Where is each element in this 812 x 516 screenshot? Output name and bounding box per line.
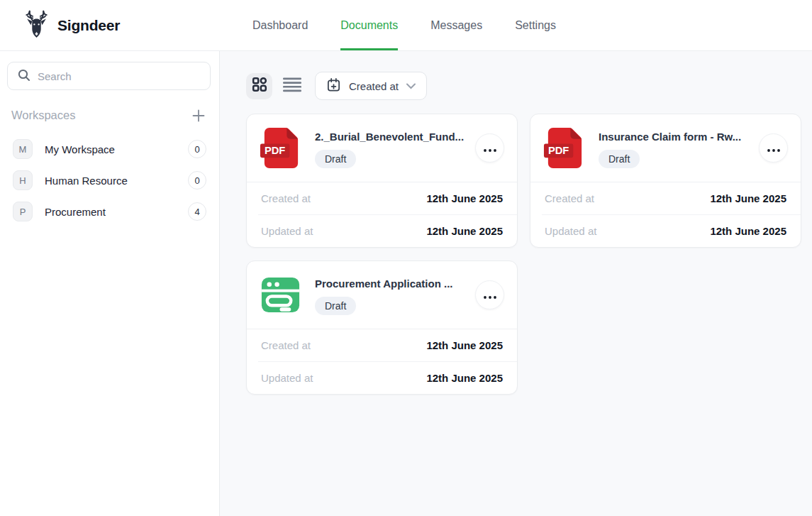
main-nav: Dashboard Documents Messages Settings [252, 0, 556, 50]
form-file-icon [258, 273, 303, 317]
updated-at-row: Updated at 12th June 2025 [247, 362, 517, 394]
pdf-file-icon: PDF [542, 126, 586, 170]
card-header-text: 2._Burial_Benevolent_Fund... Draft [315, 126, 464, 168]
workspace-avatar: H [13, 170, 33, 190]
workspace-avatar: M [13, 139, 33, 159]
document-card-grid: PDF 2._Burial_Benevolent_Fund... Draft [246, 114, 801, 395]
workspace-count-badge: 0 [188, 171, 206, 190]
workspace-name: Procurement [45, 206, 106, 218]
card-meta: Created at 12th June 2025 Updated at 12t… [247, 182, 517, 247]
workspace-name: Human Resource [45, 175, 128, 187]
tab-documents[interactable]: Documents [340, 0, 398, 50]
svg-text:PDF: PDF [265, 145, 286, 156]
document-card[interactable]: PDF Insurance Claim form - Rw... Draft [530, 114, 801, 248]
card-menu-button[interactable] [475, 280, 504, 309]
created-at-row: Created at 12th June 2025 [247, 329, 517, 361]
ellipsis-icon [484, 289, 496, 302]
workspace-count-badge: 0 [188, 140, 206, 158]
card-header: PDF 2._Burial_Benevolent_Fund... Draft [247, 114, 517, 182]
calendar-plus-icon [326, 77, 341, 95]
created-at-label: Created at [261, 192, 311, 204]
brand-name: Signdeer [57, 17, 120, 34]
documents-panel: Created at PDF [220, 51, 812, 516]
list-view-icon [283, 77, 301, 95]
card-header-text: Insurance Claim form - Rw... Draft [599, 126, 741, 168]
updated-at-value: 12th June 2025 [426, 225, 503, 237]
card-header: Procurement Application ... Draft [247, 261, 517, 329]
document-card[interactable]: Procurement Application ... Draft Create… [246, 260, 518, 395]
card-header-text: Procurement Application ... Draft [315, 273, 452, 315]
created-at-label: Created at [261, 339, 311, 351]
sidebar-item-human-resource[interactable]: H Human Resource 0 [0, 165, 219, 196]
updated-at-label: Updated at [261, 225, 313, 237]
search-input[interactable] [38, 70, 201, 82]
created-at-value: 12th June 2025 [426, 192, 503, 204]
sidebar-item-procurement[interactable]: P Procurement 4 [0, 196, 219, 227]
workspace-count-badge: 4 [188, 202, 206, 221]
sidebar-item-my-workspace[interactable]: M My Workspace 0 [0, 133, 219, 165]
document-title: Insurance Claim form - Rw... [599, 131, 741, 143]
search-box[interactable] [7, 62, 211, 90]
status-badge: Draft [315, 150, 356, 168]
status-badge: Draft [315, 297, 356, 315]
tab-dashboard[interactable]: Dashboard [252, 0, 308, 50]
updated-at-value: 12th June 2025 [710, 225, 786, 237]
card-meta: Created at 12th June 2025 Updated at 12t… [530, 182, 801, 247]
ellipsis-icon [484, 142, 496, 155]
updated-at-row: Updated at 12th June 2025 [530, 215, 801, 247]
documents-toolbar: Created at [246, 72, 801, 100]
svg-text:PDF: PDF [548, 145, 569, 156]
updated-at-row: Updated at 12th June 2025 [247, 215, 517, 247]
updated-at-label: Updated at [261, 372, 313, 384]
card-header: PDF Insurance Claim form - Rw... Draft [530, 114, 801, 182]
updated-at-label: Updated at [545, 225, 596, 237]
sort-dropdown-label: Created at [349, 80, 399, 92]
card-meta: Created at 12th June 2025 Updated at 12t… [247, 329, 517, 394]
tab-messages[interactable]: Messages [430, 0, 482, 50]
workspace-avatar: P [13, 202, 33, 221]
status-badge: Draft [599, 150, 640, 168]
chevron-down-icon [406, 79, 416, 92]
document-title: 2._Burial_Benevolent_Fund... [315, 131, 464, 143]
deer-logo-icon [23, 8, 50, 43]
updated-at-value: 12th June 2025 [426, 372, 503, 384]
add-workspace-button[interactable] [192, 109, 205, 122]
workspace-name: My Workspace [45, 143, 115, 155]
document-title: Procurement Application ... [315, 278, 452, 290]
created-at-value: 12th June 2025 [426, 339, 503, 351]
ellipsis-icon [767, 142, 780, 155]
pdf-file-icon: PDF [258, 126, 303, 170]
grid-view-icon [252, 77, 267, 95]
created-at-row: Created at 12th June 2025 [530, 182, 801, 214]
sidebar: Workspaces M My Workspace 0 H Human Reso… [0, 51, 220, 516]
search-icon [17, 68, 30, 84]
document-card[interactable]: PDF 2._Burial_Benevolent_Fund... Draft [246, 114, 518, 248]
list-view-button[interactable] [279, 73, 305, 99]
tab-settings[interactable]: Settings [515, 0, 556, 50]
created-at-row: Created at 12th June 2025 [247, 182, 517, 214]
workspaces-label: Workspaces [11, 109, 75, 122]
grid-view-button[interactable] [246, 73, 272, 99]
workspace-list: M My Workspace 0 H Human Resource 0 P Pr… [0, 133, 219, 227]
brand: Signdeer [0, 0, 220, 50]
created-at-value: 12th June 2025 [710, 192, 786, 204]
card-menu-button[interactable] [759, 133, 788, 163]
sort-dropdown[interactable]: Created at [315, 72, 427, 100]
workspaces-header: Workspaces [0, 109, 219, 122]
card-menu-button[interactable] [475, 133, 504, 163]
top-bar: Signdeer Dashboard Documents Messages Se… [0, 0, 812, 51]
created-at-label: Created at [545, 192, 594, 204]
